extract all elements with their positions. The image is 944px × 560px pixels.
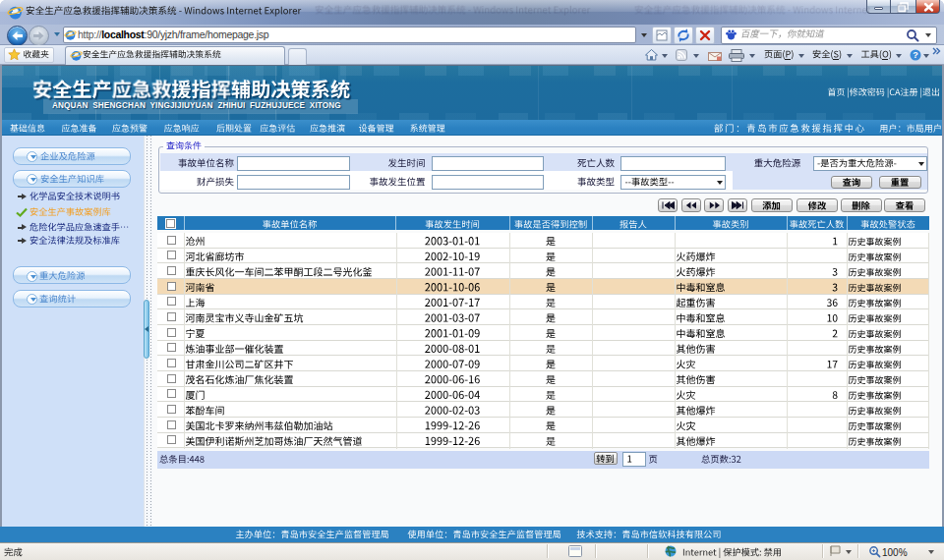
svg-text:?: ? xyxy=(913,50,918,60)
